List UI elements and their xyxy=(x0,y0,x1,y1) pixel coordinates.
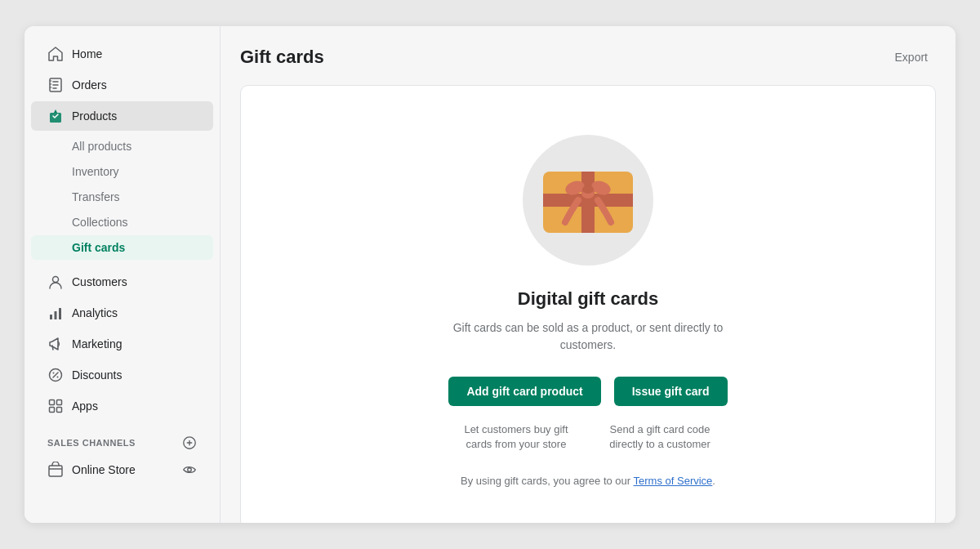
svg-point-2 xyxy=(53,277,59,283)
apps-icon xyxy=(47,398,64,414)
page-header: Gift cards Export xyxy=(240,46,936,69)
online-store-label: Online Store xyxy=(72,463,136,476)
card-actions: Add gift card product Issue gift card xyxy=(448,377,727,406)
add-gift-card-description: Let customers buy gift cards from your s… xyxy=(451,422,581,452)
svg-rect-14 xyxy=(49,466,62,476)
online-store-icon xyxy=(47,462,64,478)
sidebar-item-collections[interactable]: Collections xyxy=(31,210,213,234)
tos-link[interactable]: Terms of Service xyxy=(634,475,713,487)
products-icon xyxy=(47,108,64,124)
issue-gift-card-description: Send a gift card code directly to a cust… xyxy=(595,422,725,452)
customers-icon xyxy=(47,274,64,290)
svg-rect-18 xyxy=(581,172,595,233)
svg-rect-5 xyxy=(59,308,61,319)
sidebar-item-online-store[interactable]: Online Store xyxy=(31,455,213,484)
sidebar-item-orders-label: Orders xyxy=(72,78,107,92)
svg-point-15 xyxy=(188,468,192,472)
sidebar-item-discounts[interactable]: Discounts xyxy=(31,360,213,390)
sidebar-item-analytics-label: Analytics xyxy=(72,306,118,319)
sidebar-item-marketing[interactable]: Marketing xyxy=(31,329,213,359)
main-content: Gift cards Export xyxy=(220,26,956,523)
sidebar-item-analytics[interactable]: Analytics xyxy=(31,298,213,328)
svg-rect-11 xyxy=(50,408,55,413)
sales-channels-label: SALES CHANNELS xyxy=(47,438,136,448)
sidebar-item-discounts-label: Discounts xyxy=(72,368,122,382)
svg-point-22 xyxy=(582,185,594,194)
export-button[interactable]: Export xyxy=(887,46,936,69)
sidebar-item-gift-cards[interactable]: Gift cards xyxy=(31,235,213,260)
card-description: Gift cards can be sold as a product, or … xyxy=(449,319,727,354)
add-gift-card-button[interactable]: Add gift card product xyxy=(448,377,600,406)
gift-card-svg xyxy=(539,163,637,237)
sidebar-item-apps-label: Apps xyxy=(72,399,98,413)
products-sub-nav: All products Inventory Transfers Collect… xyxy=(24,132,220,262)
card-heading: Digital gift cards xyxy=(518,288,658,310)
sidebar-item-apps[interactable]: Apps xyxy=(31,391,213,421)
sidebar-item-inventory[interactable]: Inventory xyxy=(31,159,213,184)
tos-text: By using gift cards, you agree to our Te… xyxy=(461,475,715,487)
analytics-icon xyxy=(47,305,64,321)
discounts-icon xyxy=(47,367,64,383)
sidebar-item-transfers[interactable]: Transfers xyxy=(31,185,213,209)
sidebar-item-marketing-label: Marketing xyxy=(72,337,122,350)
gift-card-illustration xyxy=(523,135,653,266)
sidebar-item-home-label: Home xyxy=(72,47,102,60)
orders-icon xyxy=(47,77,64,93)
sidebar-item-products[interactable]: Products xyxy=(31,101,213,131)
sidebar-item-customers[interactable]: Customers xyxy=(31,267,213,297)
add-sales-channel-button[interactable] xyxy=(182,435,197,450)
svg-rect-4 xyxy=(55,311,57,319)
marketing-icon xyxy=(47,336,64,352)
sidebar-item-orders[interactable]: Orders xyxy=(31,70,213,100)
sales-channels-section: SALES CHANNELS xyxy=(31,422,213,455)
svg-rect-10 xyxy=(57,400,62,405)
sidebar-item-all-products[interactable]: All products xyxy=(31,134,213,158)
gift-cards-card: Digital gift cards Gift cards can be sol… xyxy=(240,85,936,523)
svg-point-7 xyxy=(53,373,55,374)
eye-icon xyxy=(182,462,197,477)
sidebar: Home Orders Products xyxy=(24,26,220,523)
action-descriptions: Let customers buy gift cards from your s… xyxy=(451,422,725,452)
svg-rect-12 xyxy=(57,408,62,413)
svg-rect-3 xyxy=(50,315,52,319)
sidebar-item-home[interactable]: Home xyxy=(31,39,213,69)
svg-rect-9 xyxy=(50,400,55,405)
svg-point-8 xyxy=(57,377,59,378)
sidebar-item-customers-label: Customers xyxy=(72,275,127,288)
sidebar-item-products-label: Products xyxy=(72,109,117,123)
page-title: Gift cards xyxy=(240,47,324,68)
app-container: Home Orders Products xyxy=(24,26,956,523)
home-icon xyxy=(47,46,64,62)
issue-gift-card-button[interactable]: Issue gift card xyxy=(614,377,728,406)
